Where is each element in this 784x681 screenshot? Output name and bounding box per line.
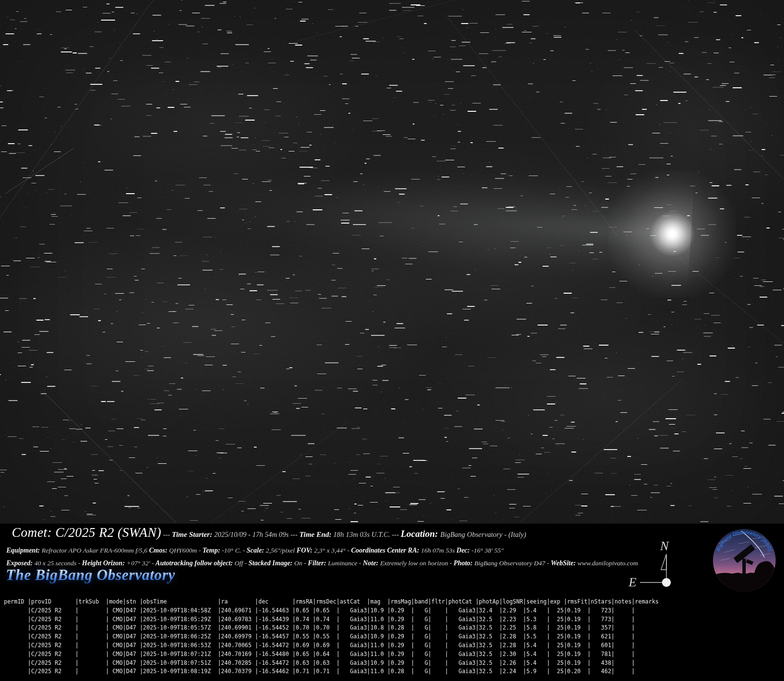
caption-segment: Cmos: <box>149 547 169 554</box>
caption-segment: Time End: <box>299 530 333 538</box>
caption-segment: Autotracking follow object: <box>155 559 234 567</box>
caption-segment: Exposed: <box>6 559 34 567</box>
astrometry-table: permID |provID |trkSub |mode|stn |obsTim… <box>4 598 659 676</box>
caption-segment: 2,3° x 3,44° - <box>314 547 351 554</box>
caption-segment: Location: <box>401 529 441 539</box>
caption-segment: WebSite: <box>551 559 578 567</box>
observatory-logo: BigBang Observatory [BBO] - D47 <box>713 529 776 592</box>
caption-segment: -16° 38' 55" <box>471 547 504 554</box>
caption-line-equipment: Equipment: Refractor APO Askar FRA-600mm… <box>6 544 504 556</box>
table-row: |C/2025 R2 | | CMO|D47 |2025-10-09T18:04… <box>4 606 659 615</box>
caption-segment: --- <box>291 530 299 538</box>
caption-segment: -10° C. - <box>222 547 246 554</box>
compass-hub-icon <box>662 578 671 587</box>
caption-segment: QHY600m - <box>169 547 202 554</box>
caption-segment: Off - <box>235 559 249 567</box>
table-header-row: permID |provID |trkSub |mode|stn |obsTim… <box>4 598 659 606</box>
caption-segment: --- <box>161 530 172 538</box>
caption-segment: Dec: <box>457 547 472 554</box>
compass-arrow-icon <box>661 554 666 570</box>
caption-segment: +07° 32' - <box>126 559 155 567</box>
compass-north-label: N <box>660 539 669 553</box>
table-row: |C/2025 R2 | | CMO|D47 |2025-10-09T18:08… <box>4 667 659 676</box>
caption-segment: Temp: <box>202 547 222 554</box>
caption-segment: Refractor APO Askar FRA-600mm f/5,6 <box>42 547 149 554</box>
caption-segment: Coordinates Center RA: <box>351 547 421 554</box>
caption-segment: Height Orizon: <box>82 559 126 567</box>
compass-rose: N E <box>612 533 681 591</box>
caption-segment: Scale: <box>246 547 266 554</box>
caption-segment: Time Starter: <box>172 530 214 538</box>
caption-segment: On - <box>294 559 308 567</box>
table-row: |C/2025 R2 | | CMO|D47 |2025-10-09T18:06… <box>4 632 659 641</box>
caption-segment: 16h 07m 53s <box>421 547 456 554</box>
table-row: |C/2025 R2 | | CMO|D47 |2025-10-09T18:05… <box>4 615 659 624</box>
caption-segment: BigBang Observatory D47 - <box>474 559 551 567</box>
caption-segment: Equipment: <box>6 547 42 554</box>
compass-east-label: E <box>628 575 637 589</box>
caption-segment: Extremely low on horizon - <box>380 559 454 567</box>
caption-segment: Comet: C/2025 R2 (SWAN) <box>12 525 161 540</box>
caption-segment: 18h 13m 03s U.T.C. <box>333 530 392 538</box>
observatory-title: The BigBang Observatory <box>6 566 175 584</box>
caption-segment: 2,56"/pixel <box>266 547 297 554</box>
caption-segment: 2025/10/09 - 17h 54m 09s <box>214 530 291 538</box>
caption-segment: Note: <box>363 559 380 567</box>
astro-image-frame: Comet: C/2025 R2 (SWAN) --- Time Starter… <box>0 0 784 681</box>
caption-segment: Filter: <box>308 559 328 567</box>
caption-segment: FOV: <box>296 547 314 554</box>
starfield-image <box>0 0 784 524</box>
caption-segment: BigBang Observatory - (Italy) <box>441 530 526 538</box>
caption-line-title: Comet: C/2025 R2 (SWAN) --- Time Starter… <box>12 524 526 541</box>
table-row: |C/2025 R2 | | CMO|D47 |2025-10-09T18:07… <box>4 650 659 659</box>
caption-segment: --- <box>392 530 401 538</box>
comet-core <box>650 212 694 256</box>
caption-segment: Luminance - <box>328 559 363 567</box>
table-row: |C/2025 R2 | | CMO|D47 |2025-10-09T18:06… <box>4 641 659 650</box>
caption-segment: 40 x 25 seconds - <box>34 559 82 567</box>
caption-segment: Photo: <box>454 559 474 567</box>
table-row: |C/2025 R2 | | CMO|D47 |2025-10-09T18:05… <box>4 624 659 632</box>
table-row: |C/2025 R2 | | CMO|D47 |2025-10-09T18:07… <box>4 659 659 668</box>
caption-segment: Stacked Image: <box>248 559 294 567</box>
